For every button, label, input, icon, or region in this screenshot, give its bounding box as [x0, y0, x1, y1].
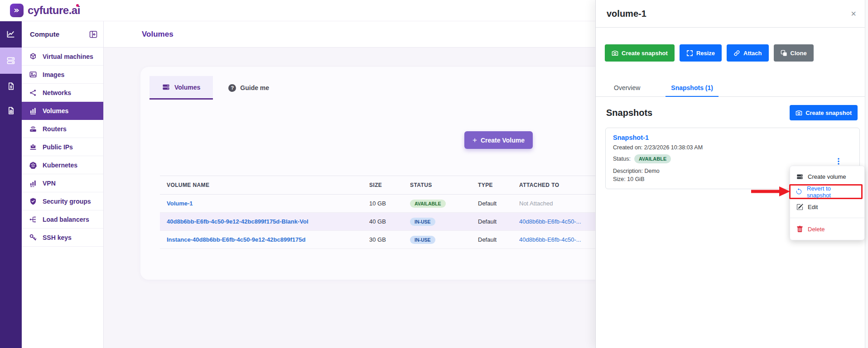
sidebar-item-networks[interactable]: Networks: [22, 84, 103, 102]
menu-item-label: Create volume: [808, 173, 846, 180]
sidebar-item-label: Volumes: [43, 107, 68, 114]
sidebar-item-label: Networks: [43, 89, 71, 96]
attached-to-link[interactable]: 40d8b6bb-E6fb-4c50-...: [519, 236, 595, 243]
tab-guide-me-label: Guide me: [240, 84, 269, 91]
icon-rail: [0, 21, 22, 348]
close-icon[interactable]: ×: [851, 9, 856, 18]
volume-name-link[interactable]: 40d8b6bb-E6fb-4c50-9e12-42bc899f175d-Bla…: [167, 218, 309, 225]
volume-name-link[interactable]: Instance-40d8b6bb-E6fb-4c50-9e12-42bc899…: [167, 236, 305, 243]
panel-action-buttons: Create snapshot Resize Attach Cl: [596, 44, 868, 62]
sidebar-item-virtual-machines[interactable]: Virtual machines: [22, 48, 103, 66]
panel-scrollbar[interactable]: [865, 0, 868, 348]
sidebar-item-kubernetes[interactable]: Kubernetes: [22, 156, 103, 174]
tab-overview[interactable]: Overview: [608, 81, 646, 96]
sidebar-item-label: Kubernetes: [43, 162, 77, 169]
clone-button[interactable]: Clone: [774, 44, 814, 62]
status-badge: IN-USE: [410, 218, 435, 226]
resize-button[interactable]: Resize: [680, 44, 722, 62]
compute-servers-icon[interactable]: [0, 48, 22, 74]
logo-accent-dot: [76, 4, 79, 7]
sidebar-item-label: Load balancers: [43, 216, 89, 223]
attached-to-link[interactable]: 40d8b6bb-E6fb-4c50-...: [519, 218, 595, 225]
attached-to-value: Not Attached: [519, 200, 595, 207]
tab-volumes[interactable]: Volumes: [149, 76, 213, 100]
cyfuture-logo[interactable]: cyfuture.ai: [10, 4, 80, 17]
sidebar-item-ssh-keys[interactable]: SSH keys: [22, 229, 103, 247]
sidebar-item-images[interactable]: Images: [22, 66, 103, 84]
volumes-tab-bar: Volumes ? Guide me: [140, 67, 604, 100]
volume-size: 30 GB: [369, 236, 410, 243]
drive-icon: [796, 173, 803, 180]
attach-button[interactable]: Attach: [727, 44, 768, 62]
drive-icon: [162, 83, 170, 91]
sidebar-item-load-balancers[interactable]: Load balancers: [22, 210, 103, 229]
billing-icon[interactable]: [0, 74, 22, 98]
menu-item-create-volume[interactable]: Create volume: [790, 169, 864, 184]
kubernetes-icon: [29, 161, 37, 169]
sidebar-section-header: Compute: [22, 21, 103, 48]
sidebar-item-label: SSH keys: [43, 234, 72, 241]
snapshots-heading: Snapshots: [606, 108, 652, 118]
table-row: Instance-40d8b6bb-E6fb-4c50-9e12-42bc899…: [160, 231, 595, 249]
create-snapshot-button[interactable]: Create snapshot: [605, 44, 675, 62]
column-header-volume-name: VOLUME NAME: [160, 182, 369, 188]
attach-label: Attach: [743, 50, 762, 57]
panel-title: volume-1: [607, 9, 646, 19]
snapshot-status-label: Status:: [613, 156, 631, 162]
column-header-size: SIZE: [369, 182, 410, 188]
sidebar-item-routers[interactable]: Routers: [22, 120, 103, 138]
table-header-row: VOLUME NAME SIZE STATUS TYPE ATTACHED TO: [160, 176, 595, 195]
create-snapshot-label: Create snapshot: [622, 50, 668, 57]
snapshot-created: Created on: 2/23/2026 10:38:03 AM: [613, 144, 852, 151]
vpn-icon: [29, 179, 37, 187]
kebab-menu-icon[interactable]: [836, 156, 841, 167]
menu-item-label: Revert to snapshot: [807, 185, 856, 199]
edit-icon: [796, 204, 803, 210]
column-header-status: STATUS: [410, 182, 478, 188]
sidebar-item-label: Virtual machines: [43, 53, 93, 60]
create-volume-button[interactable]: + Create Volume: [464, 131, 533, 149]
question-icon: ?: [228, 84, 236, 92]
sidebar-item-label: VPN: [43, 180, 56, 187]
create-snapshot-label: Create snapshot: [805, 110, 852, 116]
menu-item-edit[interactable]: Edit: [790, 200, 864, 214]
volume-name-link[interactable]: Volume-1: [167, 200, 193, 207]
main-content: Volumes ? Guide me + Create Volume VOLUM…: [104, 48, 595, 348]
column-header-attached-to: ATTACHED TO: [519, 182, 595, 188]
sidebar-item-security-groups[interactable]: Security groups: [22, 192, 103, 210]
topbar: cyfuture.ai: [0, 0, 595, 21]
menu-item-label: Delete: [808, 226, 825, 233]
invoice-icon[interactable]: [0, 98, 22, 123]
camera-icon: [796, 110, 802, 116]
snapshot-name-link[interactable]: Snapshot-1: [613, 134, 852, 141]
collapse-sidebar-icon[interactable]: [89, 30, 98, 39]
tab-guide-me[interactable]: ? Guide me: [225, 76, 273, 100]
logo-text: cyfuture.ai: [28, 4, 80, 17]
panel-tab-bar: Overview Snapshots (1): [596, 81, 868, 97]
volume-type: Default: [478, 218, 519, 225]
sidebar-item-vpn[interactable]: VPN: [22, 174, 103, 192]
panel-header: volume-1 ×: [596, 0, 868, 28]
sidebar-item-label: Security groups: [43, 198, 91, 205]
router-icon: [29, 125, 37, 133]
volume-type: Default: [478, 236, 519, 243]
create-snapshot-button-secondary[interactable]: Create snapshot: [790, 105, 858, 120]
sidebar-item-label: Public IPs: [43, 143, 73, 151]
resize-icon: [686, 50, 693, 57]
sidebar-item-public-ips[interactable]: Public IPs: [22, 138, 103, 156]
dashboard-icon[interactable]: [0, 21, 22, 48]
clone-label: Clone: [791, 50, 807, 57]
page-title: Volumes: [142, 30, 174, 39]
resize-label: Resize: [696, 50, 715, 57]
menu-item-revert-to-snapshot[interactable]: Revert to snapshot: [789, 184, 863, 199]
tab-snapshots[interactable]: Snapshots (1): [665, 81, 719, 97]
status-badge: AVAILABLE: [410, 200, 446, 208]
snapshot-status-badge: AVAILABLE: [634, 154, 671, 163]
menu-item-label: Edit: [808, 204, 818, 210]
load-balancer-icon: [29, 215, 37, 224]
menu-item-delete[interactable]: Delete: [790, 222, 864, 236]
sidebar-item-volumes[interactable]: Volumes: [22, 102, 103, 120]
plus-icon: +: [473, 136, 477, 145]
sidebar-section-title: Compute: [30, 30, 59, 38]
menu-divider: [790, 218, 864, 218]
